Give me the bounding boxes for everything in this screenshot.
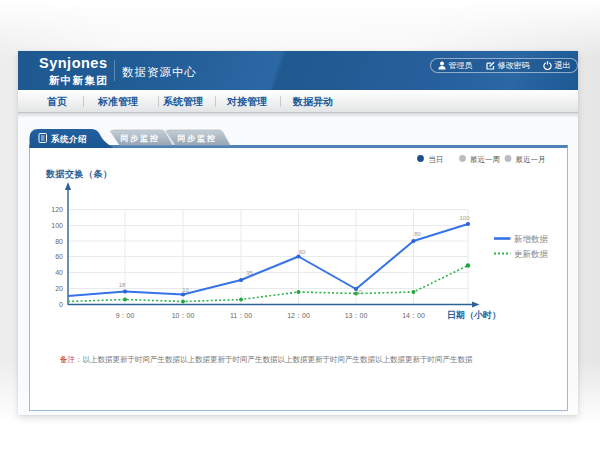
svg-text:同步监控: 同步监控 [120, 134, 160, 143]
svg-text:12：00: 12：00 [287, 312, 310, 319]
svg-text:0: 0 [59, 301, 63, 308]
svg-text:100: 100 [459, 215, 470, 221]
svg-text:最近一周: 最近一周 [470, 155, 500, 164]
svg-text:35: 35 [246, 270, 253, 276]
svg-text:18: 18 [119, 282, 126, 288]
svg-text:更新数据: 更新数据 [514, 249, 549, 259]
svg-text:14：00: 14：00 [402, 312, 425, 319]
svg-text:10: 10 [355, 289, 362, 295]
svg-text:60: 60 [55, 253, 63, 260]
svg-text:10：00: 10：00 [172, 312, 195, 319]
svg-text:系统介绍: 系统介绍 [50, 134, 87, 144]
svg-text:11：00: 11：00 [230, 312, 252, 319]
svg-text:20: 20 [55, 285, 63, 292]
svg-text:100: 100 [51, 222, 63, 229]
svg-text:60: 60 [299, 249, 306, 255]
svg-text:备注：以上数据更新于时间产生数据以上数据更新于时间产生数据以: 备注：以上数据更新于时间产生数据以上数据更新于时间产生数据以上数据更新于时间产生… [60, 355, 473, 364]
svg-text:最近一月: 最近一月 [516, 155, 546, 164]
svg-text:同步监控: 同步监控 [177, 134, 217, 143]
svg-text:40: 40 [55, 269, 63, 276]
svg-text:数据交换（条）: 数据交换（条） [45, 169, 113, 179]
svg-text:当日: 当日 [429, 155, 444, 164]
svg-text:日期（小时）: 日期（小时） [447, 310, 501, 320]
svg-text:新增数据: 新增数据 [514, 234, 549, 244]
svg-text:80: 80 [55, 238, 63, 245]
svg-text:10: 10 [182, 287, 189, 293]
svg-text:80: 80 [414, 231, 421, 237]
svg-text:13：00: 13：00 [345, 312, 368, 319]
svg-text:9：00: 9：00 [116, 312, 135, 319]
svg-text:120: 120 [51, 206, 63, 213]
